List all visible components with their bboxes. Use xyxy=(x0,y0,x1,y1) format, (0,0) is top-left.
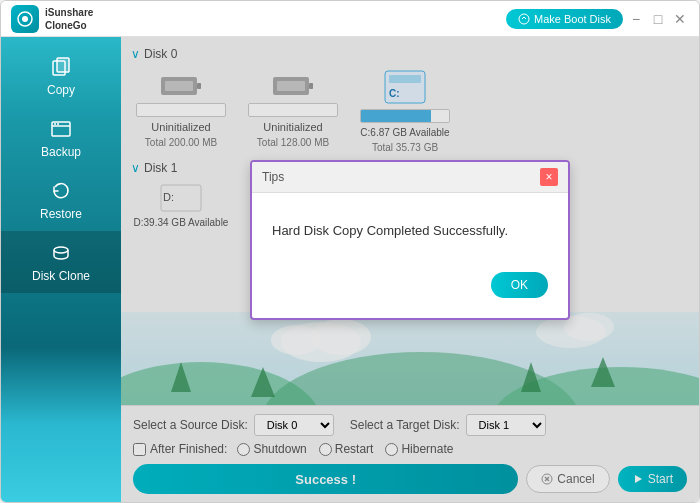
app-name-text: iSunshare CloneGo xyxy=(45,6,93,32)
title-bar-controls: Make Boot Disk − □ ✕ xyxy=(506,9,689,29)
sidebar-item-copy[interactable]: Copy xyxy=(1,45,121,107)
disk-clone-icon xyxy=(49,241,73,265)
sidebar-item-restore[interactable]: Restore xyxy=(1,169,121,231)
logo-icon xyxy=(11,5,39,33)
make-boot-disk-button[interactable]: Make Boot Disk xyxy=(506,9,623,29)
app-body: Copy Backup xyxy=(1,37,699,502)
modal-header: Tips × xyxy=(252,162,568,193)
modal-body: Hard Disk Copy Completed Successfully. O… xyxy=(252,193,568,318)
svg-point-1 xyxy=(22,16,28,22)
close-button[interactable]: ✕ xyxy=(671,10,689,28)
copy-icon xyxy=(49,55,73,79)
modal-message: Hard Disk Copy Completed Successfully. xyxy=(272,223,548,238)
sidebar: Copy Backup xyxy=(1,37,121,502)
main-content: ∨ Disk 0 xyxy=(121,37,699,502)
modal-overlay: Tips × Hard Disk Copy Completed Successf… xyxy=(121,37,699,502)
svg-point-8 xyxy=(57,123,59,125)
title-bar: iSunshare CloneGo Make Boot Disk − □ ✕ xyxy=(1,1,699,37)
tips-modal: Tips × Hard Disk Copy Completed Successf… xyxy=(250,160,570,320)
sidebar-item-copy-label: Copy xyxy=(47,83,75,97)
sidebar-item-backup[interactable]: Backup xyxy=(1,107,121,169)
modal-close-button[interactable]: × xyxy=(540,168,558,186)
sidebar-item-disk-clone[interactable]: Disk Clone xyxy=(1,231,121,293)
app-window: iSunshare CloneGo Make Boot Disk − □ ✕ xyxy=(0,0,700,503)
svg-point-9 xyxy=(54,247,68,253)
restore-icon xyxy=(49,179,73,203)
svg-point-2 xyxy=(519,14,529,24)
sidebar-item-restore-label: Restore xyxy=(40,207,82,221)
svg-rect-4 xyxy=(57,58,69,72)
svg-point-7 xyxy=(54,123,56,125)
modal-title: Tips xyxy=(262,170,284,184)
maximize-button[interactable]: □ xyxy=(649,10,667,28)
minimize-button[interactable]: − xyxy=(627,10,645,28)
sidebar-item-backup-label: Backup xyxy=(41,145,81,159)
ok-button[interactable]: OK xyxy=(491,272,548,298)
modal-footer: OK xyxy=(272,272,548,298)
close-x-icon: × xyxy=(545,170,552,184)
app-logo: iSunshare CloneGo xyxy=(11,5,93,33)
sidebar-item-disk-clone-label: Disk Clone xyxy=(32,269,90,283)
backup-icon xyxy=(49,117,73,141)
